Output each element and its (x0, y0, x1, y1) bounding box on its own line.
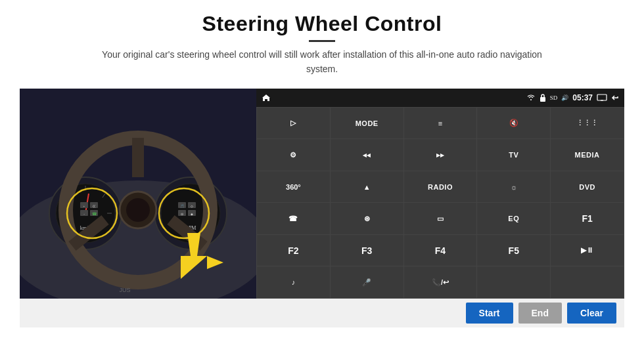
svg-rect-43 (597, 94, 607, 100)
subtitle: Your original car's steering wheel contr… (92, 47, 552, 77)
button-f5[interactable]: F5 (477, 235, 550, 266)
end-button[interactable]: End (518, 303, 562, 324)
button-empty-6-5 (551, 266, 624, 298)
button-eq[interactable]: EQ (477, 203, 550, 234)
bt-icon: 🔊 (561, 94, 568, 101)
button-empty-6-4 (477, 266, 550, 298)
svg-text:☎: ☎ (92, 212, 97, 216)
button-mic[interactable]: 🎤 (331, 266, 403, 298)
page-title: Steering Wheel Control (92, 12, 552, 36)
svg-text:JUS: JUS (119, 287, 130, 293)
main-content: km/h RPM (20, 89, 624, 299)
button-brightness[interactable]: ☼ (477, 171, 550, 203)
content-area: km/h RPM (20, 89, 624, 327)
button-send[interactable]: ▷ (257, 108, 330, 139)
button-f3[interactable]: F3 (331, 235, 403, 266)
screen-icon (597, 94, 607, 101)
clear-button[interactable]: Clear (567, 303, 616, 324)
button-radio[interactable]: RADIO (404, 171, 477, 203)
status-bar: SD 🔊 05:37 (256, 89, 624, 107)
button-mute[interactable]: 🔇 (477, 108, 550, 139)
steering-wheel-image: km/h RPM (20, 89, 256, 299)
back-icon (611, 94, 619, 101)
button-list[interactable]: ≡ (404, 108, 477, 139)
button-prev[interactable]: ◂◂ (331, 139, 403, 171)
button-eject[interactable]: ▲ (331, 171, 403, 203)
svg-rect-42 (540, 97, 545, 102)
title-divider (309, 40, 335, 42)
page-wrapper: Steering Wheel Control Your original car… (0, 0, 644, 357)
button-phone[interactable]: ☎ (257, 203, 330, 234)
svg-text:🎵: 🎵 (180, 204, 185, 209)
title-section: Steering Wheel Control Your original car… (92, 12, 552, 85)
button-dvd[interactable]: DVD (551, 171, 624, 203)
svg-text:◈: ◈ (191, 213, 193, 216)
button-handfree[interactable]: 📞/↩ (404, 266, 477, 298)
button-next[interactable]: ▸▸ (404, 139, 477, 171)
svg-text:⟨⟨: ⟨⟨ (93, 205, 95, 208)
svg-point-19 (126, 198, 150, 222)
button-display[interactable]: ▭ (404, 203, 477, 234)
button-cam360[interactable]: 360° (257, 171, 330, 203)
wifi-icon (526, 94, 536, 101)
button-playpause[interactable]: ▶⏸ (551, 235, 624, 266)
button-mode[interactable]: MODE (331, 108, 403, 139)
start-button[interactable]: Start (466, 303, 513, 324)
button-f2[interactable]: F2 (257, 235, 330, 266)
button-apps[interactable]: ⋮⋮⋮ (551, 108, 624, 139)
button-settings[interactable]: ⚙ (257, 139, 330, 171)
svg-text:⊙: ⊙ (181, 213, 183, 216)
button-f1[interactable]: F1 (551, 203, 624, 234)
button-f4[interactable]: F4 (404, 235, 477, 266)
bottom-bar: Start End Clear (20, 299, 624, 327)
sd-icon: SD (550, 94, 558, 101)
svg-text:◇: ◇ (191, 205, 193, 208)
button-media[interactable]: MEDIA (551, 139, 624, 171)
button-compass[interactable]: ⊛ (331, 203, 403, 234)
status-left (262, 94, 271, 102)
button-tv[interactable]: TV (477, 139, 550, 171)
status-time: 05:37 (572, 93, 593, 102)
svg-text:+: + (83, 205, 85, 208)
lock-icon (540, 94, 546, 102)
button-music[interactable]: ♪ (257, 266, 330, 298)
button-grid: ▷MODE≡🔇⋮⋮⋮⚙◂◂▸▸TVMEDIA360°▲RADIO☼DVD☎⊛▭E… (256, 107, 624, 299)
status-right: SD 🔊 05:37 (526, 93, 619, 102)
svg-marker-41 (262, 94, 270, 101)
android-unit: SD 🔊 05:37 (256, 89, 624, 299)
home-icon (262, 94, 271, 102)
